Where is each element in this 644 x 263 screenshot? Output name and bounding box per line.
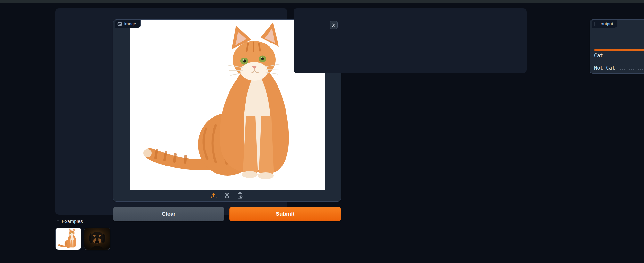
image-panel-label: image	[115, 20, 141, 28]
image-panel-label-text: image	[124, 21, 136, 26]
dotted-leader	[618, 69, 644, 70]
confidence-item-not-cat[interactable]: Not Cat 0%	[594, 62, 644, 71]
example-thumbnail-dog[interactable]	[84, 228, 110, 250]
examples-label: Examples	[62, 219, 83, 224]
list-icon	[55, 219, 60, 224]
dog-thumbnail-image	[84, 228, 110, 250]
webcam-source-button[interactable]	[223, 192, 231, 200]
cat-thumbnail-image	[56, 228, 81, 250]
example-thumbnail-cat[interactable]	[55, 228, 81, 250]
clear-button-label: Clear	[162, 211, 176, 217]
confidence-list: Cat 100% Not Cat 0%	[594, 49, 644, 74]
confidence-bar-cat	[594, 49, 644, 51]
close-icon	[332, 22, 335, 28]
output-panel-label: output	[592, 20, 617, 28]
output-panel-label-text: output	[601, 21, 613, 26]
clipboard-paste-icon	[237, 192, 244, 200]
output-column: output Cat Cat 100%	[294, 8, 527, 73]
image-source-row	[113, 191, 341, 201]
top-bar	[0, 0, 644, 3]
webcam-icon	[223, 192, 230, 200]
app-page: image	[0, 0, 644, 263]
upload-source-button[interactable]	[210, 192, 218, 200]
submit-button-label: Submit	[276, 211, 295, 217]
confidence-bar-track	[594, 62, 644, 63]
confidence-label-cat: Cat	[594, 53, 603, 58]
clear-image-button[interactable]	[330, 21, 338, 29]
input-column: image	[55, 8, 287, 215]
examples-header: Examples	[55, 219, 83, 224]
panel-separator	[119, 190, 334, 190]
submit-button[interactable]: Submit	[229, 207, 341, 221]
clear-button[interactable]: Clear	[113, 207, 224, 221]
confidence-bar-track	[594, 49, 644, 51]
image-icon	[117, 22, 122, 26]
dotted-leader	[606, 57, 644, 57]
confidence-label-not-cat: Not Cat	[594, 66, 615, 71]
confidence-item-cat[interactable]: Cat 100%	[594, 49, 644, 58]
paste-source-button[interactable]	[236, 192, 244, 200]
output-label-panel: output Cat Cat 100%	[590, 19, 644, 74]
upload-icon	[210, 192, 217, 200]
label-lines-icon	[594, 22, 599, 26]
predicted-class: Cat	[590, 30, 644, 43]
